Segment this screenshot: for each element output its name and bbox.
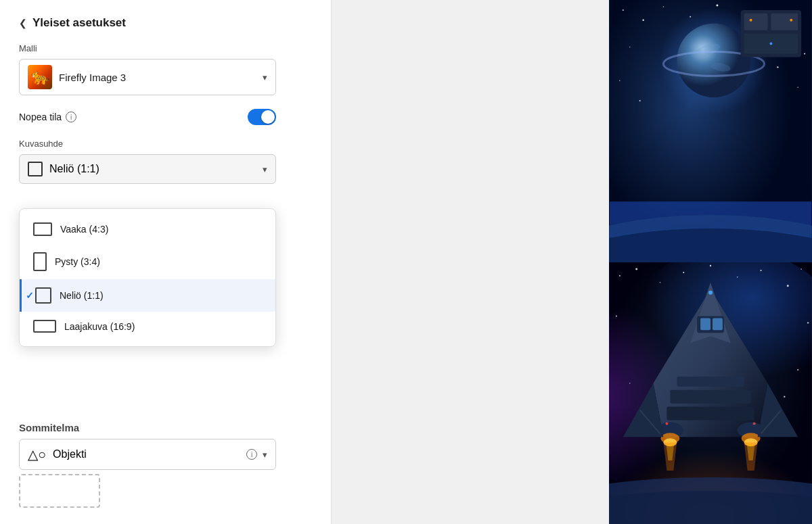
settings-panel: ❮ Yleiset asetukset Malli Firefly Image … [0,0,332,524]
preview-panel [332,0,812,524]
portrait-ratio-icon [33,252,47,271]
model-dropdown[interactable]: Firefly Image 3 ▾ [19,59,276,95]
svg-point-16 [677,24,750,97]
dropdown-item-wide[interactable]: Vaaka (4:3) [20,214,275,244]
aspect-ratio-left: Neliö (1:1) [28,162,99,176]
model-icon [28,65,52,89]
svg-point-14 [797,87,798,88]
selected-ratio-label: Neliö (1:1) [49,163,99,175]
model-name: Firefly Image 3 [59,72,126,83]
wide-ratio-icon [33,222,52,236]
svg-rect-54 [677,376,744,386]
composition-value: Objekti [53,448,87,460]
composition-info-icon[interactable]: i [246,449,257,460]
wide-ratio-label: Vaaka (4:3) [60,224,108,235]
check-icon: ✓ [26,290,34,301]
dropdown-item-portrait[interactable]: Pysty (3:4) [20,244,275,279]
svg-point-39 [710,264,711,266]
dropdown-item-ultrawide[interactable]: Laajakuva (16:9) [20,312,275,341]
composition-chevron-icon: ▾ [263,450,267,460]
svg-point-38 [683,271,684,272]
svg-point-1 [623,9,624,11]
svg-point-13 [777,66,778,68]
images-column [609,0,812,524]
composition-section: Sommitelma △○ Objekti i ▾ [19,422,276,470]
svg-point-42 [787,285,789,287]
collapse-icon[interactable]: ❮ [19,18,27,28]
aspect-ratio-dropdown[interactable]: Neliö (1:1) ▾ [19,154,276,184]
portrait-ratio-label: Pysty (3:4) [55,256,100,267]
fast-mode-row: Nopea tila i [19,109,276,125]
model-label: Malli [19,43,312,53]
svg-point-2 [642,20,644,21]
svg-point-47 [797,368,798,370]
ultrawide-ratio-icon [33,320,56,333]
svg-point-12 [639,100,641,101]
svg-point-45 [807,322,809,323]
svg-rect-55 [670,389,750,403]
svg-rect-52 [700,318,710,330]
svg-point-5 [716,4,718,6]
svg-rect-21 [744,14,768,30]
section-title: Yleiset asetukset [32,16,126,30]
aspect-ratio-dropdown-menu: Vaaka (4:3) Pysty (3:4) ✓ Neliö (1:1) La… [19,208,276,347]
svg-rect-56 [667,406,754,420]
square-ratio-icon-menu [35,287,51,304]
composition-left: △○ Objekti [28,446,87,462]
svg-point-9 [629,47,631,48]
model-chevron-icon: ▾ [263,72,267,82]
svg-point-74 [665,422,668,425]
ultrawide-ratio-label: Laajakuva (16:9) [64,321,135,332]
model-dropdown-left: Firefly Image 3 [28,65,126,89]
svg-point-44 [616,315,617,316]
svg-point-40 [737,277,738,278]
section-header: ❮ Yleiset asetukset [19,16,312,30]
space-image-2 [609,262,812,525]
model-field: Malli Firefly Image 3 ▾ [19,43,312,95]
composition-label: Sommitelma [19,422,276,433]
svg-point-72 [609,490,812,524]
svg-point-24 [750,19,752,22]
svg-point-25 [790,19,792,22]
fast-mode-label: Nopea tila [19,112,62,122]
aspect-ratio-field: Kuvasuhde Neliö (1:1) ▾ [19,139,312,184]
svg-point-46 [629,383,631,384]
svg-point-35 [619,275,621,276]
svg-point-37 [660,282,661,283]
svg-rect-22 [771,14,798,30]
aspect-ratio-chevron-icon: ▾ [263,164,267,174]
dropdown-item-square[interactable]: ✓ Neliö (1:1) [20,279,275,312]
space-scene-1-svg [609,0,812,262]
space-image-1 [609,0,812,262]
aspect-ratio-label: Kuvasuhde [19,139,312,149]
fast-mode-info-icon[interactable]: i [66,112,76,122]
svg-point-3 [663,6,664,7]
composition-dropdown[interactable]: △○ Objekti i ▾ [19,439,276,470]
svg-point-30 [609,229,812,262]
svg-point-48 [784,396,785,397]
svg-point-10 [804,53,805,54]
fast-mode-label-group: Nopea tila i [19,112,76,122]
space-scene-2-svg [609,262,812,525]
fast-mode-toggle[interactable] [248,109,276,125]
svg-point-43 [800,268,802,270]
svg-rect-53 [713,318,723,330]
svg-point-11 [619,80,621,81]
svg-point-41 [761,269,762,270]
svg-point-26 [769,43,772,45]
dashed-placeholder-box [19,474,100,508]
object-icon: △○ [28,446,46,462]
svg-point-73 [708,290,713,294]
square-ratio-label: Neliö (1:1) [60,290,104,301]
svg-point-36 [635,268,637,270]
square-ratio-icon [28,162,43,176]
svg-point-75 [753,422,756,425]
